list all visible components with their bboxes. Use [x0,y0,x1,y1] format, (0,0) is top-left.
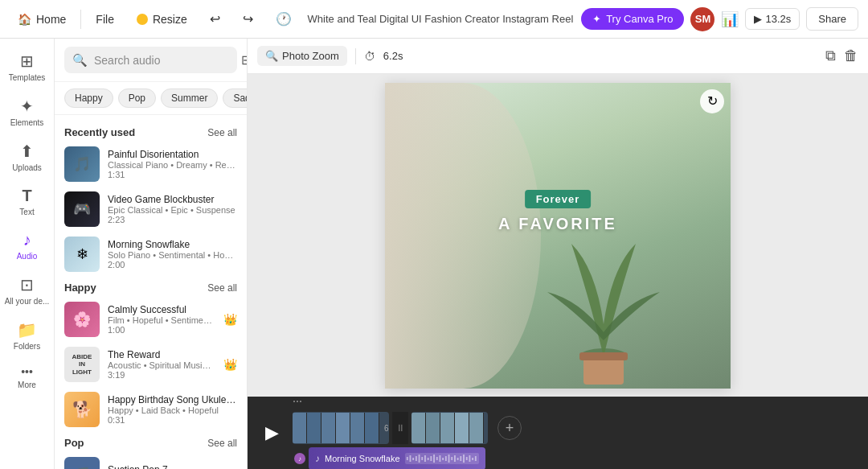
audio-duration: 3:19 [108,370,215,380]
more-icon: ••• [21,365,33,378]
svg-rect-21 [460,456,461,461]
history-button[interactable]: 🕐 [268,6,300,31]
forever-badge: Forever [525,190,592,208]
audio-meta: Film • Hopeful • Sentimental [108,315,215,325]
canvas-toolbar: 🔍 Photo Zoom ⏱ 6.2s ⧉ 🗑 [248,39,868,74]
list-item[interactable]: 🎵 Painful Disorientation Classical Piano… [55,142,247,187]
thumb-text: ABIDEINLIGHT [72,353,92,376]
canvas-frame: Forever A FAVORITE ↻ [385,83,731,389]
video-clip-2[interactable]: 6.2s [411,412,488,444]
thumb-icon: 🌸 [73,311,91,328]
svg-rect-4 [409,455,411,462]
happy-see-all[interactable]: See all [207,282,237,294]
tag-sad[interactable]: Sad [223,88,247,108]
photo-zoom-icon: 🔍 [265,50,278,62]
history-icon: 🕐 [276,11,292,27]
sidebar-item-text[interactable]: T Text [3,180,51,223]
timeline: ▶ ⋯ [248,397,868,469]
try-canva-label: Try Canva Pro [606,13,673,25]
photo-zoom-button[interactable]: 🔍 Photo Zoom [257,46,347,66]
audio-track[interactable]: ♪ Morning Snowflake [309,447,485,469]
try-canva-button[interactable]: ✦ Try Canva Pro [581,8,684,30]
sidebar-item-folders[interactable]: 📁 Folders [3,314,51,357]
file-button[interactable]: File [88,8,122,31]
list-item[interactable]: 🎮 Video Game Blockbuster Epic Classical … [55,187,247,232]
audio-track-dot: ♪ [294,453,305,464]
avatar[interactable]: SM [690,7,714,31]
recently-used-see-all[interactable]: See all [207,127,237,138]
video-clip-1[interactable]: 6.9s [293,412,389,444]
stats-icon[interactable]: 📊 [721,10,739,28]
all-designs-icon: ⊡ [20,275,34,294]
pop-title: Pop [64,437,84,449]
home-icon: 🏠 [18,13,31,26]
audio-info: Calmly Successful Film • Hopeful • Senti… [108,304,215,335]
filter-icon[interactable]: ⊟ [241,52,248,68]
svg-rect-3 [406,457,407,460]
add-clip-button[interactable]: + [497,416,522,440]
sidebar-item-audio[interactable]: ♪ Audio [3,224,51,267]
pop-see-all[interactable]: See all [207,438,237,449]
tag-summer[interactable]: Summer [161,88,218,108]
svg-rect-7 [418,455,420,463]
refresh-button[interactable]: ↻ [700,89,724,113]
svg-rect-2 [579,352,628,360]
svg-rect-8 [421,457,423,460]
topbar: 🏠 Home File Resize ↩ ↪ 🕐 White and Teal … [0,0,868,39]
search-icon: 🔍 [72,53,88,68]
tag-happy[interactable]: Happy [64,88,113,108]
audio-track-name: Morning Snowflake [325,454,400,463]
audio-duration: 1:00 [108,325,215,335]
search-input[interactable] [94,54,235,67]
resize-button[interactable]: Resize [129,8,195,31]
duration-button[interactable]: ▶ 13.2s [745,8,800,30]
audio-name: The Reward [108,349,215,360]
svg-rect-11 [430,456,432,461]
text-icon: T [22,187,31,205]
svg-rect-6 [416,456,417,461]
search-input-wrap: 🔍 ⊟ [64,47,237,73]
list-item[interactable]: 🐕 Happy Birthday Song Ukulele Ver... Hap… [55,387,247,432]
audio-meta: Acoustic • Spiritual Music • Hopeful • [108,360,215,370]
folders-icon: 📁 [17,320,37,339]
delete-icon[interactable]: 🗑 [844,47,858,64]
audio-duration: 2:23 [108,215,237,224]
svg-rect-22 [463,455,465,463]
search-box: 🔍 ⊟ [55,39,247,82]
audio-name: Calmly Successful [108,304,215,315]
hide-button[interactable]: ⋯ [293,396,302,407]
play-button[interactable]: ▶ [257,418,286,447]
copy-icon[interactable]: ⧉ [825,47,836,64]
audio-duration: 1:31 [108,170,237,179]
audio-thumb: 🎮 [64,191,100,227]
audio-meta: Happy • Laid Back • Hopeful [108,405,237,415]
clip-pause: ⏸ [392,412,408,444]
audio-name: Suction Pop 7 [108,464,237,469]
canvas-background: Forever A FAVORITE [385,83,731,389]
share-button[interactable]: Share [806,7,858,31]
sidebar-item-more[interactable]: ••• More [3,359,51,396]
svg-rect-17 [448,455,449,463]
home-button[interactable]: 🏠 Home [10,8,74,31]
thumb-icon: 🎵 [73,466,91,469]
sidebar-item-elements[interactable]: ✦ Elements [3,90,51,134]
list-item[interactable]: 🎵 Suction Pop 7 Storytelling [55,452,247,469]
list-item[interactable]: ABIDEINLIGHT The Reward Acoustic • Spiri… [55,342,247,387]
audio-track-dot-icon: ♪ [298,455,301,463]
sidebar-item-templates[interactable]: ⊞ Templates [3,45,51,88]
audio-info: Painful Disorientation Classical Piano •… [108,149,237,179]
list-item[interactable]: 🌸 Calmly Successful Film • Hopeful • Sen… [55,297,247,342]
list-item[interactable]: ❄ Morning Snowflake Solo Piano • Sentime… [55,232,247,277]
play-icon: ▶ [265,422,279,443]
audio-thumb: 🎵 [64,457,100,469]
sidebar-item-all-designs[interactable]: ⊡ All your de... [3,269,51,312]
tag-pop[interactable]: Pop [118,88,156,108]
happy-header: Happy See all [55,277,247,297]
svg-rect-19 [454,455,456,462]
redo-button[interactable]: ↪ [235,6,261,31]
undo-button[interactable]: ↩ [202,6,228,31]
sidebar-item-uploads[interactable]: ⬆ Uploads [3,135,51,179]
audio-waveform [405,453,479,464]
audio-label: Audio [17,252,38,261]
text-label: Text [19,208,34,216]
